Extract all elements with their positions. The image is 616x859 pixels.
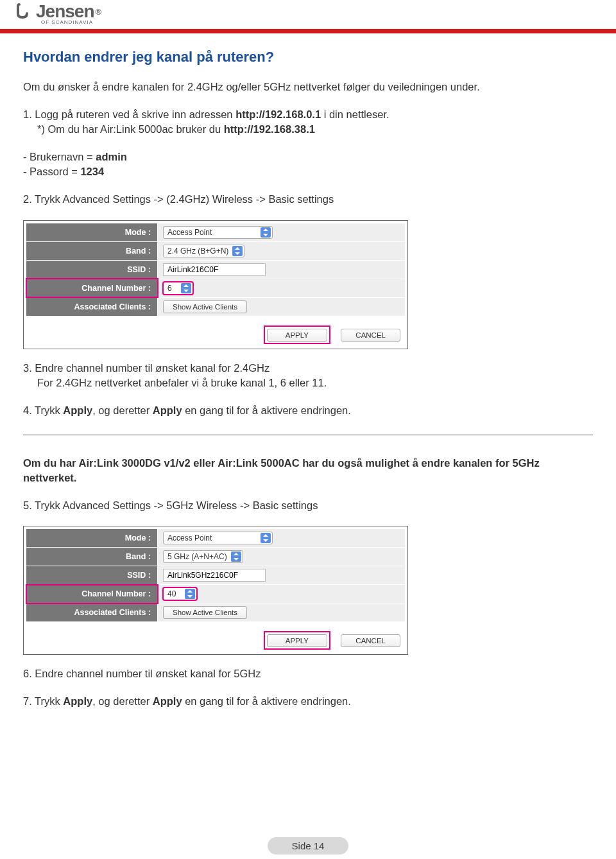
credentials: - Brukernavn = admin - Passord = 1234 [23,150,593,179]
band-value: 5 GHz (A+N+AC) [167,552,227,561]
step7-b1: Apply [63,695,92,707]
cell-mode: Access Point [158,223,406,241]
band-select[interactable]: 5 GHz (A+N+AC) [163,550,243,563]
apply-button[interactable]: APPLY [267,329,327,342]
divider [23,435,593,435]
chevron-updown-icon [261,227,271,238]
password-label: - Passord = [23,166,80,177]
settings-panel-5ghz: Mode : Access Point Band : 5 GHz (A+N+AC… [23,526,408,655]
mode-select[interactable]: Access Point [163,532,273,544]
step4-b2: Apply [153,404,182,416]
step4-a: 4. Trykk [23,404,63,416]
page-header: Jensen ® OF SCANDINAVIA [0,0,616,26]
apply-highlight: APPLY [265,632,329,648]
apply-button[interactable]: APPLY [267,634,327,647]
band-value: 2.4 GHz (B+G+N) [167,247,228,256]
page-title: Hvordan endrer jeg kanal på ruteren? [23,49,593,65]
label-band: Band : [26,548,158,566]
step3-line2: For 2.4GHz nettverket anbefaler vi å bru… [23,377,327,388]
step7-b2: Apply [153,695,182,707]
username-value: admin [96,151,127,162]
step-5: 5. Trykk Advanced Settings -> 5GHz Wirel… [23,498,593,513]
logo-text: Jensen [36,3,94,21]
page-content: Hvordan endrer jeg kanal på ruteren? Om … [0,33,616,709]
step1-url1: http://192.168.0.1 [235,108,321,120]
ssid-input[interactable] [163,263,266,276]
label-channel: Channel Number : [26,279,158,297]
cancel-button[interactable]: CANCEL [341,634,400,647]
step-4: 4. Trykk Apply, og deretter Apply en gan… [23,403,593,418]
chevron-updown-icon [261,533,271,543]
channel-select[interactable]: 6 [163,282,193,295]
channel-value: 6 [167,284,172,293]
apply-highlight: APPLY [265,327,329,343]
step7-d: en gang til for å aktivere endringen. [182,695,351,707]
step3-line1: 3. Endre channel number til ønsket kanal… [23,362,270,374]
cell-clients: Show Active Clients [158,297,406,316]
step1-url2: http://192.168.38.1 [224,123,315,135]
logo-main: Jensen ® [17,3,101,21]
ssid-input[interactable] [163,569,266,582]
password-value: 1234 [80,166,104,177]
settings-panel-2-4ghz: Mode : Access Point Band : 2.4 GHz (B+G+… [23,220,408,349]
step1-mid: i din nettleser. [321,108,389,120]
label-mode: Mode : [26,223,158,241]
logo-icon [17,3,36,20]
step4-c: , og deretter [92,404,153,416]
mode-value: Access Point [167,534,212,542]
step-2: 2. Trykk Advanced Settings -> (2.4GHz) W… [23,192,593,207]
logo-subtitle: OF SCANDINAVIA [17,19,101,25]
logo: Jensen ® OF SCANDINAVIA [17,3,101,25]
show-clients-button[interactable]: Show Active Clients [163,606,247,619]
step1-prefix: 1. Logg på ruteren ved å skrive inn adre… [23,108,235,120]
cell-mode: Access Point [158,529,406,548]
page-footer: Side 14 [0,837,616,859]
step1-line2a: *) Om du har Air:Link 5000ac bruker du [37,123,224,135]
cell-channel: 40 [158,585,406,603]
step7-a: 7. Trykk [23,695,63,707]
cell-band: 5 GHz (A+N+AC) [158,548,406,566]
chevron-updown-icon [231,551,241,562]
cancel-button[interactable]: CANCEL [341,329,400,342]
channel-select[interactable]: 40 [163,587,197,600]
page-number: Side 14 [268,837,349,855]
label-clients: Associated Clients : [26,297,158,316]
header-red-bar [0,29,616,33]
step4-d: en gang til for å aktivere endringen. [182,404,351,416]
settings-table: Mode : Access Point Band : 2.4 GHz (B+G+… [26,223,406,317]
step7-c: , og deretter [92,695,153,707]
username-label: - Brukernavn = [23,151,96,162]
show-clients-button[interactable]: Show Active Clients [163,300,247,313]
label-channel: Channel Number : [26,585,158,603]
cell-ssid [158,566,406,585]
channel-value: 40 [167,589,176,598]
step4-b1: Apply [63,404,92,416]
label-ssid: SSID : [26,260,158,279]
cell-channel: 6 [158,279,406,297]
settings-table-5ghz: Mode : Access Point Band : 5 GHz (A+N+AC… [26,528,406,622]
label-mode: Mode : [26,529,158,548]
panel-button-row: APPLY CANCEL [26,622,406,652]
chevron-updown-icon [181,283,191,293]
step-3: 3. Endre channel number til ønsket kanal… [23,361,593,390]
step-7: 7. Trykk Apply, og deretter Apply en gan… [23,694,593,709]
mode-select[interactable]: Access Point [163,226,273,239]
cell-band: 2.4 GHz (B+G+N) [158,241,406,260]
step-1: 1. Logg på ruteren ved å skrive inn adre… [23,107,593,137]
cell-ssid [158,260,406,279]
intro-text: Om du ønsker å endre kanalen for 2.4GHz … [23,80,593,94]
step1-line2: *) Om du har Air:Link 5000ac bruker du h… [23,123,315,135]
panel-button-row: APPLY CANCEL [26,317,406,347]
band-select[interactable]: 2.4 GHz (B+G+N) [163,245,244,257]
chevron-updown-icon [232,246,243,256]
mode-value: Access Point [167,228,212,237]
label-band: Band : [26,241,158,260]
label-clients: Associated Clients : [26,603,158,622]
label-ssid: SSID : [26,566,158,585]
logo-reg: ® [96,8,101,16]
chevron-updown-icon [185,589,195,599]
section-5ghz-heading: Om du har Air:Link 3000DG v1/v2 eller Ai… [23,456,593,485]
step-6: 6. Endre channel number til ønsket kanal… [23,666,593,681]
cell-clients: Show Active Clients [158,603,406,622]
